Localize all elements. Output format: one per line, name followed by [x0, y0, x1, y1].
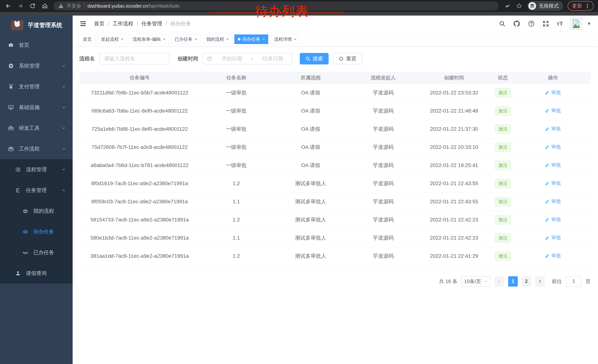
- tab-已办任务[interactable]: 已办任务×: [171, 34, 201, 44]
- calendar-icon: [207, 56, 212, 61]
- process-name-input[interactable]: 请输入流程名: [99, 53, 169, 65]
- cell-starter: 芋道源码: [349, 156, 418, 174]
- date-range-picker[interactable]: 开始日期 - 结束日期: [203, 53, 292, 65]
- sidebar-item-label: 请假查询: [26, 270, 47, 277]
- approve-link[interactable]: 审批: [545, 144, 561, 150]
- tab-首页[interactable]: 首页: [79, 34, 95, 44]
- sidebar-item-待办任务[interactable]: 待办任务: [0, 221, 73, 242]
- search-icon[interactable]: [499, 20, 506, 27]
- approve-link-label: 审批: [551, 89, 561, 96]
- table-row: 75d72608-7b7f-11ec-a3c8-acde48001122一级审批…: [79, 138, 590, 156]
- cell-action: 审批: [515, 174, 590, 193]
- page-button-2[interactable]: 2: [522, 276, 531, 287]
- cell-status: 激活: [490, 120, 515, 138]
- approve-link[interactable]: 审批: [545, 216, 561, 223]
- sidebar-item-我的流程[interactable]: 我的流程: [0, 201, 73, 221]
- forward-icon[interactable]: [17, 2, 24, 10]
- font-size-icon[interactable]: ᴛT: [557, 21, 563, 27]
- tab-close-icon[interactable]: ×: [195, 37, 197, 42]
- approve-link-label: 审批: [551, 252, 561, 259]
- annotation-text: 待办列表: [255, 3, 309, 20]
- tab-待办任务[interactable]: 待办任务×: [234, 34, 268, 44]
- tab-发起流程[interactable]: 发起流程×: [98, 34, 127, 44]
- url-path: /bpm/task/todo: [148, 3, 180, 9]
- help-icon[interactable]: [528, 20, 535, 27]
- sidebar-item-请假查询[interactable]: 请假查询: [0, 263, 73, 284]
- sidebar-item-首页[interactable]: 首页: [0, 35, 73, 56]
- passwords-key-icon[interactable]: [504, 2, 511, 10]
- chrome-right-controls: 无痕模式 更新 ⋮: [504, 1, 594, 11]
- fullscreen-icon[interactable]: [542, 20, 549, 27]
- approve-link[interactable]: 审批: [545, 235, 561, 241]
- cell-starter: 芋道源码: [349, 174, 418, 193]
- approve-link[interactable]: 审批: [545, 89, 561, 96]
- column-header-任务名称: 任务名称: [200, 72, 273, 84]
- cell-task-id: 73211d9d-7b9b-11ec-b5b7-acde48001122: [79, 84, 200, 102]
- approve-link[interactable]: 审批: [545, 162, 561, 168]
- sidebar-item-支付管理[interactable]: 支付管理: [0, 76, 73, 97]
- back-icon[interactable]: [4, 2, 12, 10]
- incognito-badge: 无痕模式: [527, 1, 563, 11]
- approve-link[interactable]: 审批: [545, 252, 561, 259]
- reload-icon[interactable]: [29, 2, 36, 10]
- search-button-label: 搜索: [313, 55, 323, 62]
- tab-close-icon[interactable]: ×: [226, 37, 229, 42]
- sidebar-item-系统管理[interactable]: 系统管理: [0, 56, 73, 76]
- tab-close-icon[interactable]: ×: [294, 37, 296, 42]
- prev-page-button[interactable]: [494, 276, 504, 287]
- sidebar-menu: 首页系统管理支付管理基础设施研发工具工作流程流程管理任务管理我的流程待办任务已办…: [0, 35, 73, 364]
- table-row: 8f0d1619-7ac8-11ec-a9e2-a2380e71991a1.2测…: [79, 174, 590, 193]
- page-button-1[interactable]: 1: [508, 276, 518, 287]
- home-icon[interactable]: [41, 2, 49, 10]
- tab-close-icon[interactable]: ×: [262, 37, 265, 42]
- sidebar-item-基础设施[interactable]: 基础设施: [0, 97, 73, 118]
- breadcrumb-item-工作流程[interactable]: 工作流程: [113, 20, 133, 27]
- goto-page-input[interactable]: 1: [566, 276, 581, 287]
- menu-fold-icon[interactable]: [79, 20, 87, 27]
- warning-icon: [58, 3, 64, 9]
- approve-link[interactable]: 审批: [545, 107, 561, 114]
- process-name-placeholder: 请输入流程名: [104, 55, 135, 62]
- sidebar-item-工作流程[interactable]: 工作流程: [0, 138, 73, 159]
- reset-button[interactable]: 重置: [333, 53, 362, 65]
- cell-task-id: 580e1b3d-7ac8-11ec-a9e2-a2380e71991a: [79, 229, 200, 247]
- breadcrumb-item-任务管理[interactable]: 任务管理: [141, 20, 162, 27]
- approve-link[interactable]: 审批: [545, 126, 561, 132]
- update-button[interactable]: 更新 ⋮: [568, 1, 594, 11]
- breadcrumb-item-首页[interactable]: 首页: [94, 20, 105, 27]
- sidebar-item-研发工具[interactable]: 研发工具: [0, 118, 73, 138]
- table-row: 8f059c03-7ac8-11ec-a9e2-a2380e71991a1.1测…: [79, 193, 590, 211]
- content: 流程名 请输入流程名 创建时间 开始日期 - 结束日期 搜索: [73, 47, 598, 364]
- sidebar-item-流程管理[interactable]: 流程管理: [0, 159, 73, 180]
- page-size-select[interactable]: 10条/页: [461, 276, 490, 287]
- page-size-value: 10条/页: [464, 278, 481, 285]
- tab-label: 我的流程: [206, 36, 224, 42]
- approve-link[interactable]: 审批: [545, 198, 561, 205]
- avatar-caret-icon[interactable]: ▼: [587, 21, 591, 26]
- cell-status: 激活: [490, 211, 515, 229]
- next-page-button[interactable]: [535, 276, 545, 287]
- tab-流程详情[interactable]: 流程详情×: [270, 34, 300, 44]
- yen-icon: [8, 83, 14, 90]
- bookmark-star-icon[interactable]: [515, 2, 523, 10]
- approve-link-label: 审批: [551, 180, 561, 186]
- tab-close-icon[interactable]: ×: [163, 37, 166, 42]
- table-row: 725a1eb6-7b88-11ec-8ef0-acde48001122一级审批…: [79, 120, 590, 138]
- main-area: 首页/工作流程/任务管理/待办任务 ᴛT: [73, 16, 598, 364]
- cell-task-name: 1.2: [200, 174, 273, 193]
- sidebar-item-已办任务[interactable]: 已办任务: [0, 242, 73, 263]
- chrome-menu-icon[interactable]: ⋮: [585, 3, 590, 9]
- github-icon[interactable]: [513, 20, 520, 27]
- table-row: a6aba0a4-7b6d-11ec-b781-acde48001122一级审批…: [79, 156, 590, 174]
- tab-我的流程[interactable]: 我的流程×: [203, 34, 232, 44]
- sidebar-item-任务管理[interactable]: 任务管理: [0, 180, 73, 201]
- tab-流程表单-编辑[interactable]: 流程表单-编辑×: [129, 34, 169, 44]
- sidebar-logo-row[interactable]: 芋道管理系统: [0, 16, 73, 35]
- eye-closed-icon: [22, 249, 29, 256]
- chevron-down-icon: [61, 126, 66, 130]
- search-button[interactable]: 搜索: [300, 53, 329, 65]
- approve-link[interactable]: 审批: [545, 180, 561, 186]
- avatar[interactable]: [570, 18, 582, 30]
- sidebar-item-label: 基础设施: [19, 104, 40, 111]
- tab-close-icon[interactable]: ×: [121, 37, 123, 42]
